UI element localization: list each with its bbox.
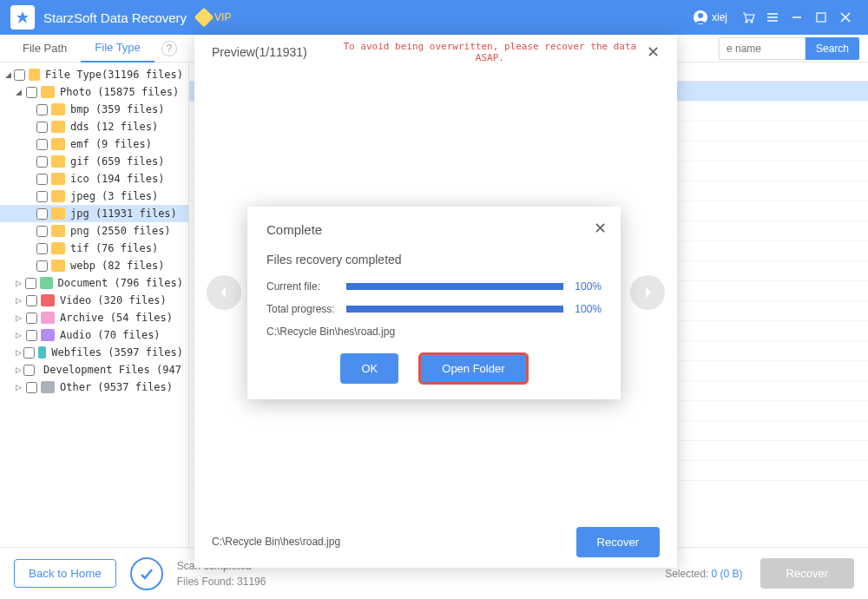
cart-icon[interactable] (736, 5, 760, 30)
preview-close-icon[interactable]: ✕ (647, 43, 660, 62)
dialog-path: C:\Recycle Bin\hes\road.jpg (266, 326, 602, 338)
dialog-title: Complete (266, 222, 602, 237)
search-input[interactable] (719, 37, 806, 60)
titlebar: StarzSoft Data Recovery VIP xiej (0, 0, 868, 35)
preview-warning: To avoid being overwritten, please recov… (333, 41, 647, 63)
total-progress-pct: 100% (563, 303, 602, 315)
preview-prev-icon[interactable] (207, 275, 241, 310)
tree-document[interactable]: ▷Document (796 files) (0, 274, 188, 292)
menu-icon[interactable] (760, 5, 785, 30)
tree-dds[interactable]: dds (12 files) (0, 118, 188, 135)
preview-next-icon[interactable] (630, 275, 665, 310)
tree-webp[interactable]: webp (82 files) (0, 257, 188, 274)
user-account[interactable]: xiej (693, 10, 727, 25)
app-name: StarzSoft Data Recovery (43, 10, 187, 25)
help-icon[interactable]: ? (161, 41, 177, 56)
svg-point-1 (698, 13, 703, 18)
tab-file-type[interactable]: File Type (81, 34, 155, 63)
complete-dialog: Complete ✕ Files recovery completed Curr… (247, 207, 621, 399)
selected-count: Selected: 0 (0 B) (665, 568, 742, 580)
tree-ico[interactable]: ico (194 files) (0, 170, 188, 188)
vip-badge[interactable]: VIP (197, 10, 231, 24)
total-progress-label: Total progress: (266, 303, 346, 315)
open-folder-button[interactable]: Open Folder (419, 353, 527, 384)
recover-button-footer[interactable]: Recover (760, 558, 854, 589)
back-home-button[interactable]: Back to Home (14, 559, 116, 588)
tree-bmp[interactable]: bmp (359 files) (0, 101, 188, 118)
tree-other[interactable]: ▷Other (9537 files) (0, 378, 188, 396)
minimize-icon[interactable] (785, 5, 809, 30)
file-tree[interactable]: ◢File Type(31196 files) ◢Photo (15875 fi… (0, 63, 189, 547)
search-button[interactable]: Search (806, 37, 859, 60)
current-file-progress (346, 283, 563, 290)
tree-root[interactable]: ◢File Type(31196 files) (0, 66, 188, 83)
tree-archive[interactable]: ▷Archive (54 files) (0, 309, 188, 326)
preview-title: Preview(1/11931) (212, 45, 307, 59)
tree-audio[interactable]: ▷Audio (70 files) (0, 326, 188, 344)
current-file-label: Current file: (266, 280, 346, 293)
preview-path: C:\Recycle Bin\hes\road.jpg (212, 536, 340, 548)
tree-gif[interactable]: gif (659 files) (0, 153, 188, 170)
total-progress-bar (346, 306, 563, 313)
maximize-icon[interactable] (809, 5, 833, 30)
tree-jpeg[interactable]: jpeg (3 files) (0, 188, 188, 205)
preview-recover-button[interactable]: Recover (576, 527, 660, 557)
close-icon[interactable] (833, 5, 858, 30)
tree-png[interactable]: png (2550 files) (0, 222, 188, 240)
dialog-subtitle: Files recovery completed (266, 253, 602, 267)
tree-jpg[interactable]: jpg (11931 files) (0, 205, 188, 222)
tree-video[interactable]: ▷Video (320 files) (0, 292, 188, 309)
dialog-close-icon[interactable]: ✕ (594, 219, 607, 238)
tree-webfiles[interactable]: ▷Webfiles (3597 files) (0, 344, 188, 361)
current-file-pct: 100% (563, 280, 602, 293)
ok-button[interactable]: OK (340, 353, 398, 384)
scan-complete-icon (130, 557, 163, 590)
tree-photo[interactable]: ◢Photo (15875 files) (0, 83, 188, 101)
svg-rect-4 (817, 13, 825, 22)
svg-point-2 (746, 21, 747, 23)
tree-emf[interactable]: emf (9 files) (0, 135, 188, 153)
svg-point-3 (751, 21, 753, 23)
app-logo (10, 5, 35, 30)
tree-tif[interactable]: tif (76 files) (0, 240, 188, 257)
tree-devfiles[interactable]: ▷Development Files (947 files) (0, 361, 188, 378)
tab-file-path[interactable]: File Path (9, 35, 81, 62)
